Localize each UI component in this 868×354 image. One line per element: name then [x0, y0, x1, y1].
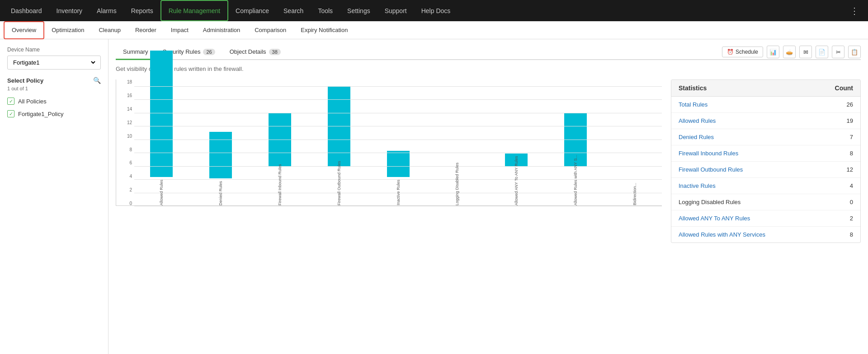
grid-line [134, 99, 662, 100]
stats-row[interactable]: Allowed Rules with ANY Services8 [671, 227, 860, 242]
policy-label: All Policies [18, 98, 47, 105]
stats-row-label: Logging Disabled Rules [679, 199, 741, 205]
bar-chart-icon[interactable]: 📊 [767, 46, 779, 58]
bar [209, 132, 232, 178]
grid-line [134, 86, 662, 87]
search-icon[interactable]: 🔍 [93, 77, 101, 84]
device-name-label: Device Name [7, 47, 101, 53]
schedule-button[interactable]: ⏰Schedule [722, 47, 763, 57]
stats-row[interactable]: Allowed ANY To ANY Rules2 [671, 210, 860, 227]
y-axis-label: 6 [116, 160, 132, 165]
bar-chart: 024681012141618Allowed RulesDenied Rules… [116, 79, 662, 242]
stats-row[interactable]: Denied Rules7 [671, 129, 860, 145]
sidebar: Device Name Fortigate1 Select Policy 🔍 1… [0, 39, 108, 354]
pdf-icon[interactable]: 📄 [816, 46, 828, 58]
statistics-table: Statistics Count Total Rules26Allowed Ru… [671, 79, 861, 243]
bar-group[interactable]: Allowed ANY To ANY Rules [489, 154, 544, 205]
stats-row-count: 0 [850, 199, 853, 205]
chart-area: 024681012141618Allowed RulesDenied Rules… [116, 79, 662, 243]
stats-row-label[interactable]: Firewall Inbound Rules [679, 150, 738, 157]
bar-group[interactable]: Allowed Rules with ANY S... [548, 113, 603, 205]
stats-row: Logging Disabled Rules0 [671, 194, 860, 210]
sub-nav-item-cleanup[interactable]: Cleanup [91, 21, 127, 39]
sub-nav-item-administration[interactable]: Administration [196, 21, 247, 39]
top-nav-item-alarms[interactable]: Alarms [90, 0, 124, 21]
stats-row-count: 8 [850, 150, 853, 157]
top-nav-item-reports[interactable]: Reports [124, 0, 160, 21]
sub-nav-item-expiry-notification[interactable]: Expiry Notification [293, 21, 355, 39]
stats-row-label[interactable]: Allowed Rules with ANY Services [679, 231, 765, 238]
bar-group[interactable]: Logging Disabled Rules [430, 167, 485, 205]
bar-group[interactable]: Firewall Inbound Rules [253, 113, 307, 205]
stats-row[interactable]: Allowed Rules19 [671, 113, 860, 129]
bar [150, 51, 173, 177]
tab-object-details[interactable]: Object Details38 [222, 45, 288, 60]
top-nav-item-dashboard[interactable]: Dashboard [4, 0, 49, 21]
y-axis-label: 0 [116, 201, 132, 206]
device-dropdown[interactable]: Fortigate1 [11, 59, 97, 66]
bar-label: Denied Rules [218, 181, 223, 205]
stats-row-count: 4 [850, 182, 853, 189]
bar [269, 113, 291, 167]
sub-nav: OverviewOptimizationCleanupReorderImpact… [0, 21, 868, 39]
stats-row-label[interactable]: Total Rules [679, 101, 708, 108]
tab-badge: 38 [269, 49, 281, 55]
stats-row-label[interactable]: Firewall Outbound Rules [679, 166, 743, 173]
sub-nav-item-optimization[interactable]: Optimization [44, 21, 91, 39]
policy-checkbox[interactable] [7, 110, 14, 117]
stats-row-count: 8 [850, 231, 853, 238]
tab-badge: 26 [203, 49, 215, 55]
sub-nav-item-overview[interactable]: Overview [4, 21, 44, 39]
policy-count: 1 out of 1 [7, 86, 101, 91]
csv-icon[interactable]: 📋 [848, 46, 861, 58]
y-axis-label: 4 [116, 174, 132, 179]
bar [328, 87, 350, 167]
top-nav-item-tools[interactable]: Tools [311, 0, 340, 21]
y-axis: 024681012141618 [116, 79, 132, 206]
stats-row-label[interactable]: Allowed Rules [679, 117, 716, 124]
bar-label: Logging Disabled Rules [455, 169, 459, 205]
sub-nav-item-comparison[interactable]: Comparison [247, 21, 293, 39]
main-content: SummarySecurity Rules26Object Details38⏰… [108, 39, 868, 354]
stats-row-label[interactable]: Inactive Rules [679, 182, 716, 189]
bar-group[interactable]: Inactive Rules [371, 151, 425, 205]
clock-icon: ⏰ [727, 49, 734, 55]
device-select[interactable]: Fortigate1 [7, 56, 101, 70]
stats-row-label[interactable]: Denied Rules [679, 134, 714, 140]
content-body: 024681012141618Allowed RulesDenied Rules… [116, 79, 861, 243]
sub-nav-item-reorder[interactable]: Reorder [128, 21, 164, 39]
top-nav-item-compliance[interactable]: Compliance [228, 0, 276, 21]
policy-item[interactable]: All Policies [7, 95, 101, 107]
page-subtitle: Get visibility on all the rules written … [116, 65, 861, 72]
bar-group[interactable]: Bidirection... [607, 180, 662, 205]
bar-label: Bidirection... [632, 183, 637, 205]
pie-chart-icon[interactable]: 🥧 [783, 46, 796, 58]
top-nav-item-search[interactable]: Search [276, 0, 311, 21]
top-nav-item-support[interactable]: Support [377, 0, 414, 21]
y-axis-label: 8 [116, 147, 132, 152]
top-nav-item-help-docs[interactable]: Help Docs [414, 0, 458, 21]
select-policy-label: Select Policy [7, 77, 43, 84]
more-menu-button[interactable]: ⋮ [844, 5, 864, 16]
schedule-label: Schedule [736, 49, 758, 55]
sub-nav-item-impact[interactable]: Impact [164, 21, 196, 39]
policy-item[interactable]: Fortigate1_Policy [7, 107, 101, 120]
email-icon[interactable]: ✉ [799, 46, 812, 58]
stats-row[interactable]: Total Rules26 [671, 97, 860, 113]
bar-label: Inactive Rules [396, 180, 401, 205]
grid-line [134, 206, 662, 206]
stats-row-count: 26 [847, 101, 853, 108]
bar-group[interactable]: Firewall Outbound Rules [311, 87, 366, 205]
top-nav-item-rule-management[interactable]: Rule Management [160, 0, 228, 21]
top-nav-item-inventory[interactable]: Inventory [49, 0, 90, 21]
bar-group[interactable]: Allowed Rules [134, 51, 189, 205]
top-nav-item-settings[interactable]: Settings [340, 0, 377, 21]
excel-icon[interactable]: ✂ [832, 46, 844, 58]
bar-group[interactable]: Denied Rules [193, 132, 248, 205]
stats-row[interactable]: Inactive Rules4 [671, 178, 860, 194]
stats-row[interactable]: Firewall Inbound Rules8 [671, 145, 860, 162]
y-axis-label: 18 [116, 79, 132, 84]
policy-checkbox[interactable] [7, 98, 14, 105]
stats-row-label[interactable]: Allowed ANY To ANY Rules [679, 215, 750, 222]
stats-row[interactable]: Firewall Outbound Rules12 [671, 162, 860, 178]
